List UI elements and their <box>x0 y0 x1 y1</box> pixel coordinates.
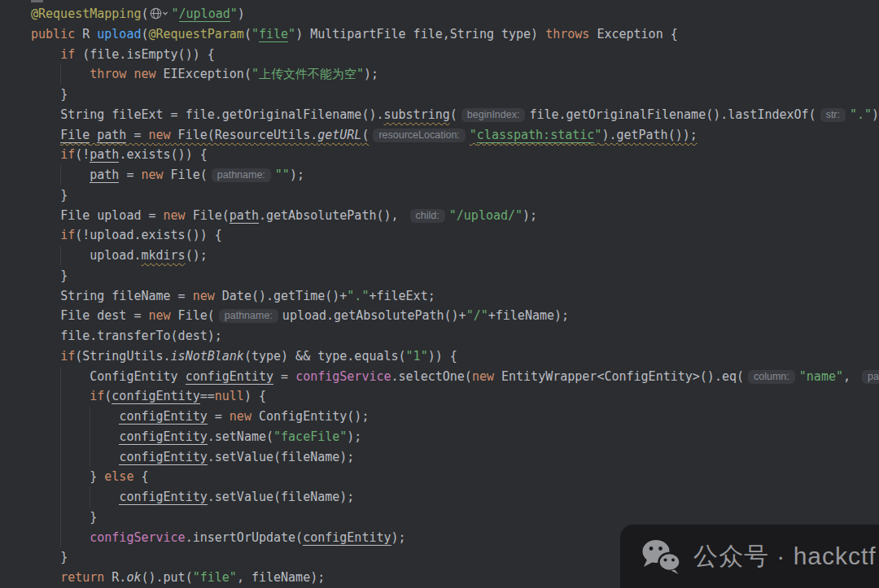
code-token: ( <box>361 128 369 142</box>
code-line[interactable]: if(configEntity==null) { <box>0 386 879 407</box>
code-token: File <box>60 128 90 143</box>
code-token: path <box>230 208 259 224</box>
code-token: } <box>60 268 68 283</box>
code-token: (!upload.exists()) { <box>75 228 222 242</box>
code-line[interactable]: configEntity = new ConfigEntity(); <box>0 407 879 427</box>
indent-guide <box>60 447 61 468</box>
code-token: substring <box>383 107 449 122</box>
code-token: "name" <box>799 369 843 384</box>
code-token: } <box>60 188 68 203</box>
code-token: file <box>259 27 288 42</box>
code-line[interactable]: } <box>0 185 879 206</box>
code-token: "1" <box>406 349 428 364</box>
code-line[interactable]: if(!path.exists()) { <box>0 145 879 165</box>
code-token: if <box>60 147 75 162</box>
code-line[interactable]: } else { <box>0 467 879 487</box>
code-token: configEntity <box>119 409 207 425</box>
code-token: " <box>288 27 295 41</box>
code-token: "file" <box>193 570 237 585</box>
code-token: , fileName); <box>237 570 325 585</box>
code-token: if <box>60 228 75 242</box>
code-token: new <box>141 168 163 182</box>
code-line[interactable]: File path = new File(ResourceUtils.getUR… <box>0 125 879 146</box>
code-token: isNotBlank <box>171 349 244 364</box>
code-token: new <box>230 409 251 424</box>
code-token: R. <box>104 570 126 585</box>
indent-guide <box>90 447 90 468</box>
inlay-hint-chip: pathname: <box>212 168 271 182</box>
code-line[interactable]: @RequestMapping("/upload") <box>0 4 879 24</box>
code-token: "" <box>275 168 290 182</box>
code-token: "/" <box>466 308 488 323</box>
code-token: ); <box>347 429 361 444</box>
indent-guide <box>90 487 90 507</box>
indent-guide <box>60 64 61 85</box>
code-token: if <box>60 47 75 62</box>
code-token: .setValue(fileName); <box>208 490 355 504</box>
inlay-hint-chip: column: <box>748 370 795 384</box>
code-token: upload.getAbsolutePath()+ <box>282 308 466 323</box>
code-token: .setName( <box>208 429 273 444</box>
code-token: (type) && type.equals( <box>244 349 406 364</box>
indent-guide <box>60 165 61 185</box>
code-editor[interactable]: @RequestMapping("/upload")public R uploa… <box>0 4 879 588</box>
code-line[interactable]: configEntity.setValue(fileName); <box>0 447 879 468</box>
code-token: File dest = <box>60 308 148 323</box>
code-line[interactable]: File dest = new File(pathname:upload.get… <box>0 306 879 326</box>
code-token: new <box>472 369 494 384</box>
code-token: file.transferTo(dest); <box>60 329 222 343</box>
code-token: new <box>193 289 215 303</box>
code-token: ); <box>364 67 378 81</box>
code-token: "上传文件不能为空" <box>251 67 364 81</box>
code-line[interactable]: if(StringUtils.isNotBlank(type) && type.… <box>0 346 879 367</box>
code-token: else <box>104 469 133 484</box>
code-token: EIException( <box>156 67 251 81</box>
code-token: ( <box>141 27 148 41</box>
code-line[interactable]: String fileExt = file.getOriginalFilenam… <box>0 105 879 125</box>
code-token: @RequestParam <box>149 27 244 41</box>
indent-guide <box>90 407 90 427</box>
code-line[interactable]: } <box>0 266 879 286</box>
code-token: ().put( <box>141 570 192 585</box>
code-line[interactable]: if (file.isEmpty()) { <box>0 45 879 65</box>
code-token: new <box>149 128 171 142</box>
code-editor-window: @RequestMapping("/upload")public R uploa… <box>0 0 879 588</box>
code-line[interactable]: } <box>0 85 879 105</box>
code-token: if <box>60 349 75 364</box>
code-line[interactable]: throw new EIException("上传文件不能为空"); <box>0 64 879 85</box>
code-token: path <box>90 147 119 163</box>
code-line[interactable]: configEntity.setName("faceFile"); <box>0 427 879 447</box>
watermark-text: 公众号 · hackctf <box>693 540 877 573</box>
code-token: ) { <box>244 389 266 403</box>
code-token: = <box>119 168 141 182</box>
code-token: new <box>133 67 155 81</box>
clipped-previous-line-fragment <box>31 0 43 2</box>
code-line[interactable]: File upload = new File(path.getAbsoluteP… <box>0 206 879 226</box>
code-token: = <box>126 128 148 142</box>
code-token: throw <box>90 67 126 81</box>
code-token: EntityWrapper<ConfigEntity>().eq( <box>494 369 744 384</box>
code-line[interactable]: file.transferTo(dest); <box>0 326 879 346</box>
code-token: ConfigEntity <box>90 369 185 384</box>
code-line[interactable]: if(!upload.exists()) { <box>0 225 879 246</box>
code-token: " <box>172 7 179 21</box>
code-token: classpath:static <box>477 128 595 143</box>
code-line[interactable]: upload.mkdirs(); <box>0 246 879 266</box>
code-token: (StringUtils. <box>75 349 170 364</box>
code-token: path <box>90 168 119 183</box>
code-line[interactable]: public R upload(@RequestParam("file") Mu… <box>0 24 879 45</box>
indent-guide <box>60 487 61 507</box>
code-token: (); <box>186 248 208 263</box>
code-token: +fileExt; <box>369 289 435 303</box>
code-token: )) { <box>428 349 457 364</box>
code-line[interactable]: path = new File(pathname:""); <box>0 165 879 185</box>
code-token: new <box>149 308 171 323</box>
code-line[interactable]: configEntity.setValue(fileName); <box>0 487 879 507</box>
code-token: == <box>200 389 215 403</box>
url-mapping-globe-icon[interactable] <box>150 6 169 26</box>
code-token: upload <box>97 27 141 41</box>
code-token: configEntity <box>112 389 199 404</box>
code-line[interactable]: String fileName = new Date().getTime()+"… <box>0 286 879 307</box>
code-line[interactable]: ConfigEntity configEntity = configServic… <box>0 367 879 387</box>
code-token: R <box>75 27 97 41</box>
